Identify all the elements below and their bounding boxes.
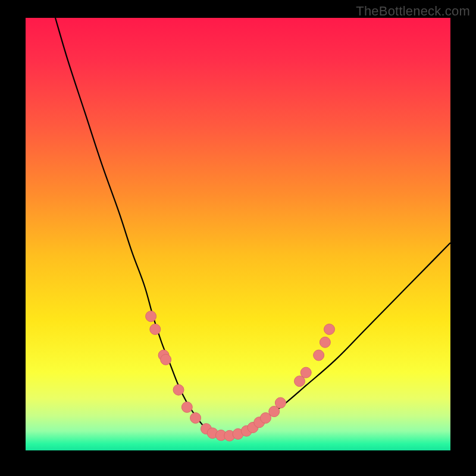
chart-frame: TheBottleneck.com — [0, 0, 476, 476]
data-dot — [190, 412, 201, 423]
data-dot — [173, 384, 184, 395]
data-dot — [161, 354, 171, 365]
watermark-text: TheBottleneck.com — [356, 4, 470, 19]
bottleneck-chart — [0, 0, 476, 476]
data-dot — [320, 337, 330, 347]
data-dot — [146, 311, 156, 322]
data-dot — [300, 367, 311, 378]
plot-background — [26, 18, 450, 450]
data-dot — [181, 402, 192, 412]
data-dot — [150, 324, 161, 334]
data-dot — [324, 324, 335, 334]
data-dot — [275, 397, 286, 408]
data-dot — [314, 350, 324, 361]
